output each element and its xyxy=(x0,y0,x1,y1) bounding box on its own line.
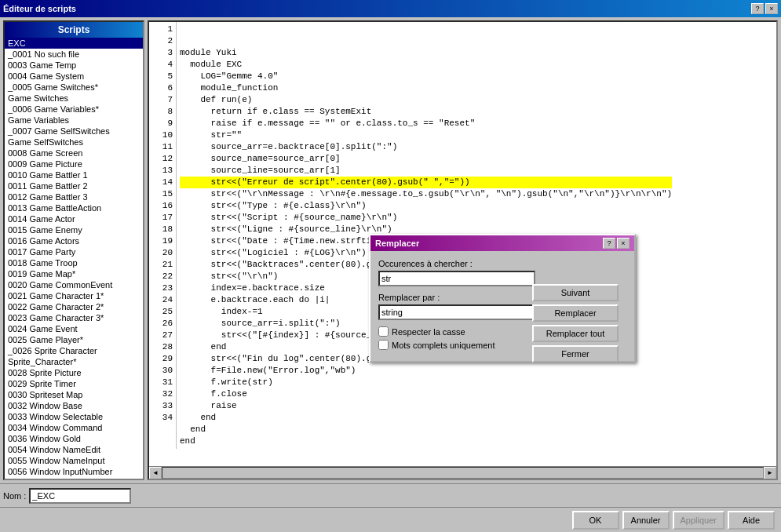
nom-input[interactable] xyxy=(29,488,131,504)
script-item[interactable]: 0008 Game Screen xyxy=(5,148,143,159)
script-item[interactable]: 0004 Game System xyxy=(5,71,143,82)
line-number: 19 xyxy=(152,235,173,247)
script-item[interactable]: 0032 Window Base xyxy=(5,400,143,411)
scripts-panel: Scripts EXC_0001 No such file0003 Game T… xyxy=(3,20,144,480)
dialog-title-bar: Remplacer ? × xyxy=(370,235,634,251)
remplacer-button[interactable]: Remplacer xyxy=(532,304,619,322)
line-number: 12 xyxy=(152,153,173,165)
script-item[interactable]: 0012 Game Battler 3 xyxy=(5,191,143,202)
line-number: 33 xyxy=(152,400,173,412)
script-item[interactable]: 0022 Game Character 2* xyxy=(5,301,143,312)
code-line: f=File.new("Error.log","wb") xyxy=(180,365,672,377)
search-input[interactable] xyxy=(378,271,535,286)
script-item[interactable]: 0019 Game Map* xyxy=(5,268,143,279)
mots-checkbox[interactable] xyxy=(378,340,389,350)
casse-checkbox[interactable] xyxy=(378,326,389,337)
code-line: str<<("Type : #{e.class}\r\n") xyxy=(180,200,672,212)
script-item[interactable]: 0003 Game Temp xyxy=(5,60,143,71)
script-item[interactable]: _0026 Sprite Character xyxy=(5,345,143,356)
remplacer-tout-button[interactable]: Remplacer tout xyxy=(532,325,619,342)
code-editor-panel: 1234567891011121314151617181920212223242… xyxy=(148,20,778,480)
script-item[interactable]: 0014 Game Actor xyxy=(5,213,143,224)
dialog-title-text: Remplacer xyxy=(375,239,419,248)
script-item[interactable]: Game Switches xyxy=(5,93,143,104)
line-number: 32 xyxy=(152,388,173,400)
code-line: source_name=source_arr[0] xyxy=(180,153,672,165)
dialog-help-button[interactable]: ? xyxy=(603,238,615,249)
script-item[interactable]: 0015 Game Enemy xyxy=(5,224,143,235)
script-item[interactable]: 0025 Game Player* xyxy=(5,334,143,345)
script-item[interactable]: 0054 Window NameEdit xyxy=(5,444,143,455)
script-item[interactable]: 0017 Game Party xyxy=(5,246,143,257)
script-item[interactable]: 0023 Game Character 3* xyxy=(5,312,143,323)
code-line: str<<("Erreur de script".center(80).gsub… xyxy=(180,177,672,188)
script-item[interactable]: Game Variables xyxy=(5,115,143,126)
script-item[interactable]: 0055 Window NameInput xyxy=(5,455,143,466)
scroll-track[interactable] xyxy=(162,467,764,479)
line-number: 4 xyxy=(152,59,173,71)
script-item[interactable]: _0006 Game Variables* xyxy=(5,104,143,115)
script-item[interactable]: _0001 No such file xyxy=(5,49,143,60)
window-title: Éditeur de scripts xyxy=(3,4,76,13)
dialog-checkboxes: Respecter la casse Mots complets uniquem… xyxy=(378,326,535,350)
line-number: 34 xyxy=(152,412,173,424)
script-item[interactable]: 0021 Game Character 1* xyxy=(5,290,143,301)
script-item[interactable]: 0013 Game BattleAction xyxy=(5,202,143,213)
line-number: 16 xyxy=(152,200,173,212)
script-item[interactable]: 0028 Sprite Picture xyxy=(5,367,143,378)
code-line: module Yuki xyxy=(180,47,672,59)
script-item[interactable]: 0018 Game Troop xyxy=(5,257,143,268)
scroll-left-button[interactable]: ◄ xyxy=(149,467,162,479)
code-line: raise xyxy=(180,400,672,412)
help-button[interactable]: ? xyxy=(751,3,764,14)
scroll-right-button[interactable]: ► xyxy=(764,467,776,479)
line-number: 5 xyxy=(152,71,173,82)
script-item[interactable]: 0011 Game Battler 2 xyxy=(5,180,143,191)
replace-dialog: Remplacer ? × Occurences à chercher : xyxy=(369,234,636,363)
annuler-button[interactable]: Annuler xyxy=(622,511,670,530)
code-line: str<<("\r\nMessage : \r\n#{e.message.to_… xyxy=(180,188,672,200)
code-line: end xyxy=(180,424,672,435)
script-item[interactable]: 0033 Window Selectable xyxy=(5,411,143,422)
script-item[interactable]: Game SelfSwitches xyxy=(5,137,143,148)
code-line: str="" xyxy=(180,129,672,141)
horizontal-scrollbar[interactable]: ◄ ► xyxy=(149,466,776,479)
line-number: 10 xyxy=(152,129,173,141)
script-item[interactable]: EXC xyxy=(5,38,143,49)
line-number: 30 xyxy=(152,365,173,377)
ok-button[interactable]: OK xyxy=(572,511,619,530)
script-item[interactable]: 0010 Game Battler 1 xyxy=(5,169,143,180)
script-item[interactable]: 0009 Game Picture xyxy=(5,159,143,169)
line-number: 13 xyxy=(152,165,173,177)
aide-button[interactable]: Aide xyxy=(728,511,775,530)
main-container: Scripts EXC_0001 No such file0003 Game T… xyxy=(0,17,781,532)
suivant-button[interactable]: Suivant xyxy=(532,284,619,301)
script-item[interactable]: Sprite_Character* xyxy=(5,356,143,367)
line-number: 7 xyxy=(152,94,173,106)
script-item[interactable]: 0029 Sprite Timer xyxy=(5,378,143,389)
script-item[interactable]: 0030 Spriteset Map xyxy=(5,389,143,400)
script-item[interactable]: _0007 Game SelfSwitches xyxy=(5,126,143,137)
code-line: source_arr=e.backtrace[0].split(":") xyxy=(180,141,672,153)
script-item[interactable]: 0056 Window InputNumber xyxy=(5,466,143,477)
code-line: return if e.class == SystemExit xyxy=(180,106,672,118)
close-button[interactable]: × xyxy=(765,3,778,14)
appliquer-button[interactable]: Appliquer xyxy=(673,511,724,530)
script-item[interactable]: 0016 Game Actors xyxy=(5,235,143,246)
replace-label: Remplacer par : xyxy=(378,293,535,302)
script-item[interactable]: 0057 Window Message xyxy=(5,477,143,479)
line-number: 21 xyxy=(152,259,173,271)
line-numbers: 1234567891011121314151617181920212223242… xyxy=(149,22,177,449)
replace-input[interactable] xyxy=(378,304,535,320)
code-line: str<<("Script : #{source_name}\r\n") xyxy=(180,212,672,224)
script-item[interactable]: 0034 Window Command xyxy=(5,422,143,433)
line-number: 3 xyxy=(152,47,173,59)
script-item[interactable]: 0020 Game CommonEvent xyxy=(5,279,143,290)
script-item[interactable]: 0024 Game Event xyxy=(5,323,143,334)
line-number: 9 xyxy=(152,118,173,129)
scripts-list[interactable]: EXC_0001 No such file0003 Game Temp0004 … xyxy=(5,38,143,479)
fermer-button[interactable]: Fermer xyxy=(532,345,619,363)
script-item[interactable]: 0036 Window Gold xyxy=(5,433,143,444)
dialog-close-button[interactable]: × xyxy=(617,238,630,249)
script-item[interactable]: _0005 Game Switches* xyxy=(5,82,143,93)
